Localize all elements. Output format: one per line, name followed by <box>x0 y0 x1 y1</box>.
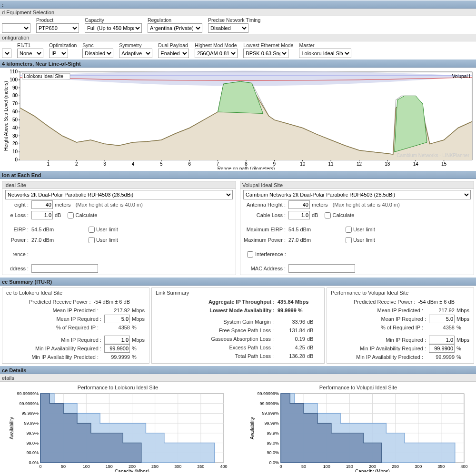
details-headerA: ce Details <box>0 366 476 374</box>
equip-subheader: d Equipment Selection <box>0 9 476 16</box>
svg-text:Height Above Sea Level (meters: Height Above Sea Level (meters) <box>3 81 9 151</box>
right-eirp-label: Maximum EIRP : <box>243 227 288 232</box>
right-cl-label: Cable Loss : <box>243 212 288 218</box>
pathinfo-header: 4 kilometers, Near Line-of-Sight <box>0 59 476 68</box>
blank-select2[interactable] <box>2 49 11 58</box>
perf-right-mir-input[interactable] <box>429 315 455 323</box>
left-mac-input[interactable] <box>31 264 98 273</box>
dual-select[interactable]: Enabled <box>158 49 189 58</box>
svg-text:90.0%: 90.0% <box>267 450 279 455</box>
e1t1-select[interactable]: None <box>17 49 43 58</box>
svg-text:11: 11 <box>328 161 334 167</box>
config-row: E1/T1None OptimizationIP SyncDisabled Sy… <box>0 41 476 59</box>
svg-text:99.9%: 99.9% <box>267 431 279 436</box>
svg-text:Volupai I: Volupai I <box>452 74 470 79</box>
perf-right-title: Performance to Volupai Ideal Site <box>331 290 470 296</box>
sym-label: Symmetry <box>119 42 152 48</box>
availability-chart-right: 0501001502002503003504000.0%90.0%99.0%99… <box>245 391 469 472</box>
perf-left-minip-input[interactable] <box>104 336 130 344</box>
svg-text:0: 0 <box>15 157 18 162</box>
master-select[interactable]: Lolokoru Ideal Site <box>299 49 351 58</box>
charts-row: Performance to Lolokoru Ideal Site 05010… <box>0 382 476 476</box>
svg-text:30: 30 <box>12 133 18 139</box>
perf-left-title: ce to Lolokoru Ideal Site <box>6 290 145 296</box>
product-select[interactable]: PTP650 <box>36 23 79 33</box>
left-cl-unit: dB <box>53 212 61 218</box>
svg-text:10: 10 <box>12 149 18 154</box>
perf-right-minip-input[interactable] <box>429 336 455 344</box>
blank-select1[interactable] <box>2 23 30 33</box>
lem-select[interactable]: BPSK 0.63 Sngl <box>243 49 288 58</box>
capacity-select[interactable]: Full (Up to 450 Mbps) <box>85 23 142 33</box>
right-cl-input[interactable] <box>288 211 310 219</box>
left-pwr-userlimit[interactable] <box>89 237 95 243</box>
svg-text:Capacity (Mbps): Capacity (Mbps) <box>115 469 149 472</box>
ends-columns: Ideal Site Networks 2ft Dual-Polar Parab… <box>0 179 476 277</box>
svg-text:99.9999%: 99.9999% <box>19 401 39 406</box>
terrain-profile-chart: 0102030405060708090100110123456789101112… <box>2 69 474 169</box>
svg-marker-58 <box>395 96 427 152</box>
svg-text:0: 0 <box>39 464 41 469</box>
svg-text:3: 3 <box>103 161 106 167</box>
right-end: Volupai Ideal Site Cambium Networks 2ft … <box>240 181 474 275</box>
perf-left-avreq-input[interactable] <box>104 344 130 353</box>
right-antenna-select[interactable]: Cambium Networks 2ft Dual-Polar Paraboli… <box>243 190 471 199</box>
right-pwr-label: Maximum Power : <box>243 237 288 243</box>
perf-right-avreq-input[interactable] <box>429 344 455 353</box>
svg-text:0: 0 <box>279 464 282 469</box>
hmm-select[interactable]: 256QAM 0.81 <box>195 49 238 58</box>
svg-text:99.99999%: 99.99999% <box>17 391 39 396</box>
perf-left: ce to Lolokoru Ideal Site Predicted Rece… <box>2 288 149 364</box>
regulation-select[interactable]: Argentina (Private) <box>148 23 202 33</box>
perf-right: Performance to Volupai Ideal Site Predic… <box>327 288 474 364</box>
svg-text:99.0%: 99.0% <box>267 441 279 446</box>
right-pwr-userlimit[interactable] <box>346 237 352 243</box>
sym-select[interactable]: Adaptive <box>119 49 152 58</box>
opt-select[interactable]: IP <box>49 49 68 58</box>
right-mac-input[interactable] <box>288 264 355 273</box>
right-calc-check[interactable] <box>325 212 331 218</box>
left-antenna-select[interactable]: Networks 2ft Dual-Polar Parabolic RDH450… <box>5 190 233 199</box>
svg-text:14: 14 <box>413 161 419 167</box>
svg-text:150: 150 <box>106 464 113 469</box>
svg-text:99.999%: 99.999% <box>262 411 279 416</box>
left-end: Ideal Site Networks 2ft Dual-Polar Parab… <box>2 181 236 275</box>
svg-text:1: 1 <box>47 161 50 167</box>
left-calc-label: Calculate <box>75 212 97 218</box>
sync-select[interactable]: Disabled <box>82 49 113 58</box>
svg-text:100: 100 <box>323 464 330 469</box>
right-ah-unit: meters <box>310 202 328 208</box>
left-eirp-value: 54.5 dBm <box>31 227 60 232</box>
left-eirp-userlimit[interactable] <box>89 227 95 233</box>
lem-label: Lowest Ethernet Mode <box>243 42 293 48</box>
right-eirp-userlimit[interactable] <box>346 227 352 233</box>
ends-header: ion at Each End <box>0 170 476 179</box>
svg-text:Range on path (kilometers): Range on path (kilometers) <box>218 166 275 169</box>
svg-text:50: 50 <box>301 464 306 469</box>
right-eirp-value: 54.5 dBm <box>288 227 317 232</box>
svg-text:20: 20 <box>12 141 18 146</box>
svg-text:250: 250 <box>392 464 399 469</box>
right-cl-unit: dB <box>310 212 318 218</box>
svg-text:300: 300 <box>174 464 181 469</box>
svg-text:Availability: Availability <box>9 417 14 439</box>
svg-text:200: 200 <box>129 464 136 469</box>
left-ah-input[interactable] <box>31 200 53 209</box>
svg-text:99.9%: 99.9% <box>26 431 39 436</box>
right-end-title: Volupai Ideal Site <box>240 181 474 189</box>
timing-select[interactable]: Disabled <box>208 23 248 33</box>
perf-left-mir-input[interactable] <box>104 315 130 323</box>
right-intf-check[interactable] <box>247 251 253 258</box>
left-cl-input[interactable] <box>31 211 53 219</box>
chart-left-title: Performance to Lolokoru Ideal Site <box>5 385 231 390</box>
details-headerB: etails <box>0 374 476 382</box>
right-ah-input[interactable] <box>288 200 310 209</box>
svg-text:99.0%: 99.0% <box>26 441 39 446</box>
left-intf-label: rence : <box>5 251 31 257</box>
svg-text:90: 90 <box>12 85 18 90</box>
perf-mid-title: Link Summary <box>156 290 320 296</box>
regulation-label: Regulation <box>148 17 202 23</box>
timing-label: Precise Network Timing <box>208 17 260 23</box>
left-calc-check[interactable] <box>68 212 74 218</box>
svg-text:100: 100 <box>83 464 90 469</box>
